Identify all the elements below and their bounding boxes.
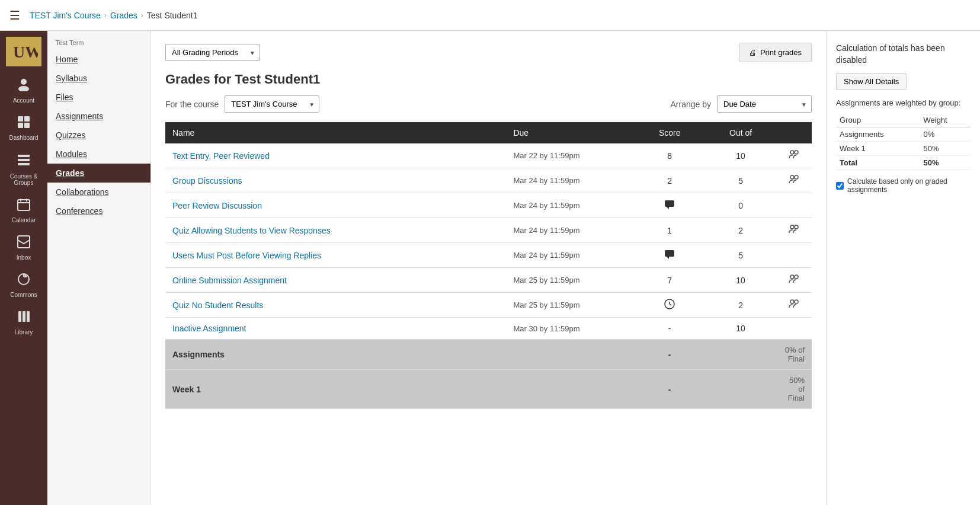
sidebar-item-quizzes[interactable]: Quizzes [47,126,150,145]
course-sidebar: Test Term Home Syllabus Files Assignment… [47,31,151,505]
due-date-cell: Mar 22 by 11:59pm [506,143,634,168]
weight-table: Group Weight Assignments 0% Week 1 50% T… [836,113,971,170]
right-panel: Calculation of totals has been disabled … [826,31,980,505]
assignment-link[interactable]: Inactive Assignment [172,324,246,333]
sidebar-item-collaborations[interactable]: Collaborations [47,183,150,202]
svg-point-2 [21,79,27,85]
breadcrumb-course[interactable]: TEST Jim's Course [30,11,101,20]
assignment-name-cell: Users Must Post Before Viewing Replies [165,243,506,268]
sidebar-item-dashboard[interactable]: Dashboard [0,110,47,147]
action-cell [776,318,812,340]
score-cell [634,243,705,268]
menu-icon[interactable]: ☰ [9,8,20,23]
weight-table-header: Group Weight [836,113,971,127]
commons-icon [17,273,30,289]
table-row: Text Entry, Peer Reviewed Mar 22 by 11:5… [165,143,812,168]
assignment-name-cell: Quiz Allowing Students to View Responses [165,218,506,243]
sidebar-item-conferences[interactable]: Conferences [47,202,150,220]
sidebar-item-assignments[interactable]: Assignments [47,107,150,126]
print-grades-button[interactable]: 🖨 Print grades [739,43,812,62]
summary-final: 50% of Final [776,370,812,409]
comment-icon [664,202,675,212]
courses-groups-icon [17,153,31,171]
outof-cell: 2 [705,293,776,318]
assignment-name-cell: Quiz No Student Results [165,293,506,318]
grades-table: Name Due Score Out of Text Entry, Peer R… [165,122,812,409]
score-cell [634,193,705,218]
icon-sidebar: UW Account Dashboard [0,31,47,505]
action-cell [776,168,812,193]
svg-rect-6 [18,123,23,128]
outof-cell: 0 [705,193,776,218]
print-grades-label: Print grades [760,48,802,57]
sidebar-item-home[interactable]: Home [47,50,150,69]
assignment-link[interactable]: Group Discussions [172,176,242,186]
arrange-by-select[interactable]: Due Date [717,95,812,113]
svg-rect-12 [18,202,30,203]
sidebar-item-commons[interactable]: Commons [0,267,47,304]
outof-cell: 10 [705,318,776,340]
assignment-link[interactable]: Online Submission Assignment [172,276,287,285]
course-row: For the course TEST Jim's Course ▼ Arran… [165,95,812,113]
svg-point-27 [795,175,798,179]
sidebar-item-grades[interactable]: Grades [47,164,150,183]
weight-col-weight: Weight [920,113,971,127]
sidebar-item-syllabus[interactable]: Syllabus [47,69,150,88]
grading-period-select[interactable]: All Grading Periods [165,44,260,61]
svg-marker-35 [667,257,669,259]
svg-text:UW: UW [13,43,38,61]
for-course-label: For the course [165,100,219,109]
assignment-link[interactable]: Peer Review Discussion [172,201,262,210]
outof-cell: 2 [705,218,776,243]
course-select-wrapper[interactable]: TEST Jim's Course ▼ [225,95,319,113]
col-header-name: Name [165,122,506,143]
calc-checkbox[interactable] [836,182,844,190]
show-all-details-button[interactable]: Show All Details [836,73,907,90]
top-bar: ☰ TEST Jim's Course › Grades › Test Stud… [0,0,980,31]
table-row: Peer Review Discussion Mar 24 by 11:59pm… [165,193,812,218]
assignment-link[interactable]: Quiz Allowing Students to View Responses [172,226,331,235]
table-row: Inactive Assignment Mar 30 by 11:59pm - … [165,318,812,340]
breadcrumb-grades[interactable]: Grades [110,11,137,20]
library-icon [17,310,30,327]
action-cell [776,293,812,318]
sidebar-item-account[interactable]: Account [0,71,47,110]
svg-rect-8 [18,155,30,157]
col-header-action [776,122,812,143]
weighted-label: Assignments are weighted by group: [836,98,971,107]
sidebar-item-inbox[interactable]: Inbox [0,229,47,267]
inbox-icon [17,235,30,252]
score-cell [634,293,705,318]
arrange-by-wrapper[interactable]: Due Date ▼ [717,95,812,113]
sidebar-item-library[interactable]: Library [0,304,47,341]
courses-groups-label: Courses & Groups [3,173,44,186]
sidebar-item-calendar[interactable]: Calendar [0,192,47,229]
grading-period-wrapper[interactable]: All Grading Periods ▼ [165,44,260,61]
calendar-icon [17,198,30,215]
weight-table-row: Assignments 0% [836,127,971,142]
weight-value-total: 50% [920,156,971,170]
course-select[interactable]: TEST Jim's Course [225,95,319,113]
svg-rect-4 [18,116,23,122]
assignment-link[interactable]: Users Must Post Before Viewing Replies [172,251,321,260]
table-row: Online Submission Assignment Mar 25 by 1… [165,268,812,293]
assignment-name-cell: Inactive Assignment [165,318,506,340]
page-title: Grades for Test Student1 [165,72,812,87]
summary-due [506,340,634,370]
sidebar-item-modules[interactable]: Modules [47,145,150,164]
sidebar-item-courses-groups[interactable]: Courses & Groups [0,147,47,192]
assignment-link[interactable]: Quiz No Student Results [172,301,263,310]
due-date-cell: Mar 25 by 11:59pm [506,293,634,318]
summary-score: - [634,370,705,409]
svg-rect-14 [26,199,27,202]
peer-review-icon [789,302,799,311]
col-header-score: Score [634,122,705,143]
outof-cell: 5 [705,168,776,193]
table-row: Group Discussions Mar 24 by 11:59pm 2 5 [165,168,812,193]
svg-point-24 [795,151,798,154]
assignment-name-cell: Text Entry, Peer Reviewed [165,143,506,168]
assignment-link[interactable]: Text Entry, Peer Reviewed [172,151,270,161]
weight-value-assignments: 0% [920,127,971,142]
sidebar-item-files[interactable]: Files [47,88,150,107]
score-cell: 7 [634,268,705,293]
